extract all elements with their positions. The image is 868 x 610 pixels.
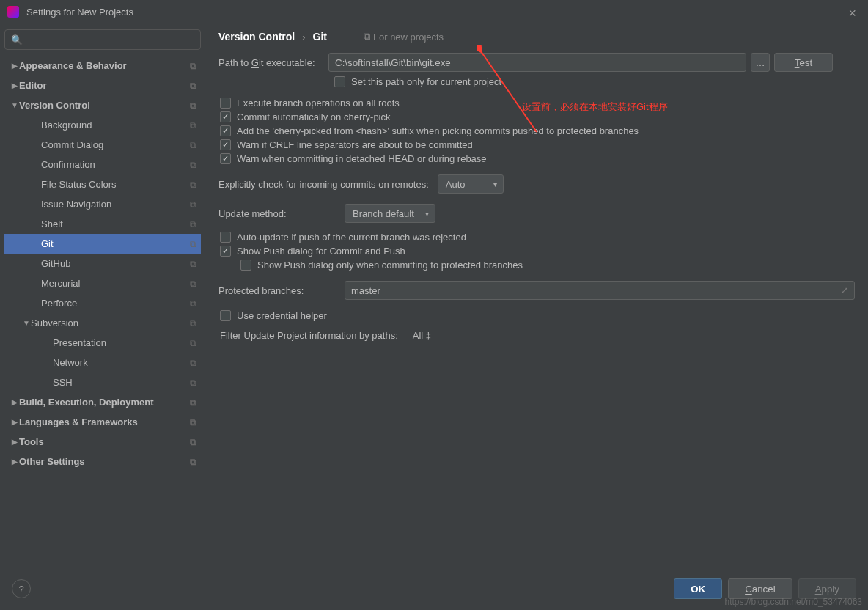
- breadcrumb-root[interactable]: Version Control: [218, 31, 295, 43]
- close-icon[interactable]: ×: [848, 6, 856, 21]
- sidebar-item-label: Mercurial: [41, 278, 190, 289]
- warn-detached-checkbox[interactable]: [220, 153, 231, 164]
- protected-branches-label: Protected branches:: [218, 285, 336, 296]
- sidebar-item-other-settings[interactable]: ▶Other Settings⧉: [4, 452, 201, 471]
- copy-icon: ⧉: [190, 378, 196, 388]
- browse-button[interactable]: …: [751, 53, 770, 72]
- sidebar-item-label: Commit Dialog: [41, 139, 190, 150]
- filter-paths-label: Filter Update Project information by pat…: [220, 330, 398, 341]
- apply-button[interactable]: Apply: [798, 578, 856, 599]
- filter-paths-value[interactable]: All ‡: [413, 330, 431, 341]
- auto-update-push-label: Auto-update if push of the current branc…: [237, 232, 466, 243]
- sidebar-item-appearance-behavior[interactable]: ▶Appearance & Behavior⧉: [4, 56, 201, 76]
- warn-detached-label: Warn when committing in detached HEAD or…: [237, 153, 487, 164]
- tree-arrow-icon: ▶: [10, 457, 19, 466]
- sidebar-item-label: File Status Colors: [41, 179, 190, 190]
- sidebar-item-build-execution-deployment[interactable]: ▶Build, Execution, Deployment⧉: [4, 392, 201, 412]
- copy-icon: ⧉: [364, 31, 370, 43]
- sidebar-item-file-status-colors[interactable]: File Status Colors⧉: [4, 174, 201, 194]
- sidebar-item-label: Git: [41, 238, 190, 249]
- breadcrumb-leaf: Git: [313, 31, 327, 43]
- sidebar-item-shelf[interactable]: Shelf⧉: [4, 214, 201, 234]
- for-new-projects-label: For new projects: [373, 32, 444, 43]
- show-push-protected-checkbox[interactable]: [240, 260, 251, 271]
- expand-icon[interactable]: ⤢: [841, 285, 848, 295]
- sidebar-item-version-control[interactable]: ▼Version Control⧉: [4, 95, 201, 115]
- warn-crlf-label: Warn if CRLF line separators are about t…: [237, 139, 473, 150]
- breadcrumb-sep-icon: ›: [302, 32, 305, 43]
- app-icon: [7, 6, 19, 18]
- exec-branch-roots-checkbox[interactable]: [220, 98, 231, 109]
- copy-icon: ⧉: [190, 259, 196, 269]
- sidebar-item-label: Editor: [19, 80, 190, 91]
- sidebar-item-background[interactable]: Background⧉: [4, 115, 201, 135]
- sidebar-item-presentation[interactable]: Presentation⧉: [4, 333, 201, 353]
- tree-arrow-icon: ▼: [10, 101, 19, 109]
- explicit-check-select[interactable]: Auto: [438, 174, 504, 194]
- update-method-label: Update method:: [218, 208, 336, 219]
- help-button[interactable]: ?: [12, 579, 31, 598]
- copy-icon: ⧉: [190, 160, 196, 170]
- copy-icon: ⧉: [190, 81, 196, 91]
- credential-helper-checkbox[interactable]: [220, 310, 231, 321]
- search-input[interactable]: [26, 34, 194, 45]
- sidebar-item-label: Build, Execution, Deployment: [19, 397, 190, 408]
- copy-icon: ⧉: [190, 100, 196, 111]
- show-push-protected-label: Show Push dialog only when committing to…: [257, 260, 523, 271]
- git-path-input[interactable]: [328, 53, 746, 72]
- copy-icon: ⧉: [190, 457, 196, 467]
- explicit-check-label: Explicitly check for incoming commits on…: [218, 179, 429, 190]
- sidebar-item-network[interactable]: Network⧉: [4, 353, 201, 372]
- copy-icon: ⧉: [190, 338, 196, 348]
- auto-update-push-checkbox[interactable]: [220, 232, 231, 243]
- sidebar-item-label: Background: [41, 120, 190, 131]
- copy-icon: ⧉: [190, 140, 196, 150]
- sidebar-item-editor[interactable]: ▶Editor⧉: [4, 76, 201, 95]
- sidebar-item-tools[interactable]: ▶Tools⧉: [4, 432, 201, 452]
- copy-icon: ⧉: [190, 318, 196, 328]
- copy-icon: ⧉: [190, 239, 196, 249]
- commit-auto-cherry-label: Commit automatically on cherry-pick: [237, 111, 391, 122]
- sidebar-item-label: Confirmation: [41, 159, 190, 170]
- sidebar-item-ssh[interactable]: SSH⧉: [4, 372, 201, 392]
- sidebar-item-label: Presentation: [53, 337, 190, 348]
- window-title: Settings for New Projects: [26, 7, 133, 18]
- add-cherry-suffix-checkbox[interactable]: [220, 125, 231, 136]
- copy-icon: ⧉: [190, 437, 196, 447]
- add-cherry-suffix-label: Add the 'cherry-picked from <hash>' suff…: [237, 125, 639, 136]
- exec-branch-roots-label: Execute branch operations on all roots: [237, 98, 400, 109]
- search-field[interactable]: 🔍: [4, 29, 201, 50]
- test-button[interactable]: Test: [774, 53, 833, 72]
- set-path-only-checkbox[interactable]: [334, 76, 345, 87]
- copy-icon: ⧉: [190, 219, 196, 229]
- tree-arrow-icon: ▼: [22, 319, 31, 327]
- sidebar-item-label: Languages & Frameworks: [19, 416, 190, 427]
- sidebar-item-label: Version Control: [19, 100, 190, 111]
- show-push-dialog-checkbox[interactable]: [220, 246, 231, 257]
- copy-icon: ⧉: [190, 279, 196, 289]
- sidebar-item-confirmation[interactable]: Confirmation⧉: [4, 155, 201, 174]
- ok-button[interactable]: OK: [674, 578, 722, 599]
- tree-arrow-icon: ▶: [10, 438, 19, 446]
- commit-auto-cherry-checkbox[interactable]: [220, 111, 231, 122]
- warn-crlf-checkbox[interactable]: [220, 139, 231, 150]
- copy-icon: ⧉: [190, 358, 196, 368]
- cancel-button[interactable]: Cancel: [728, 578, 792, 599]
- set-path-only-label: Set this path only for current project: [351, 76, 501, 87]
- update-method-select[interactable]: Branch default: [345, 204, 435, 223]
- watermark: https://blog.csdn.net/m0_53474063: [725, 597, 862, 607]
- sidebar-item-commit-dialog[interactable]: Commit Dialog⧉: [4, 135, 201, 155]
- sidebar-item-github[interactable]: GitHub⧉: [4, 254, 201, 273]
- sidebar-item-subversion[interactable]: ▼Subversion⧉: [4, 313, 201, 333]
- copy-icon: ⧉: [190, 180, 196, 190]
- sidebar-item-label: Shelf: [41, 218, 190, 229]
- sidebar-item-git[interactable]: Git⧉: [4, 234, 201, 254]
- copy-icon: ⧉: [190, 417, 196, 427]
- protected-branches-input[interactable]: master ⤢: [345, 281, 855, 300]
- sidebar-item-issue-navigation[interactable]: Issue Navigation⧉: [4, 194, 201, 214]
- sidebar-item-perforce[interactable]: Perforce⧉: [4, 293, 201, 313]
- sidebar-item-label: Tools: [19, 436, 190, 447]
- sidebar-item-languages-frameworks[interactable]: ▶Languages & Frameworks⧉: [4, 412, 201, 432]
- sidebar-item-mercurial[interactable]: Mercurial⧉: [4, 273, 201, 293]
- sidebar-item-label: Perforce: [41, 298, 190, 309]
